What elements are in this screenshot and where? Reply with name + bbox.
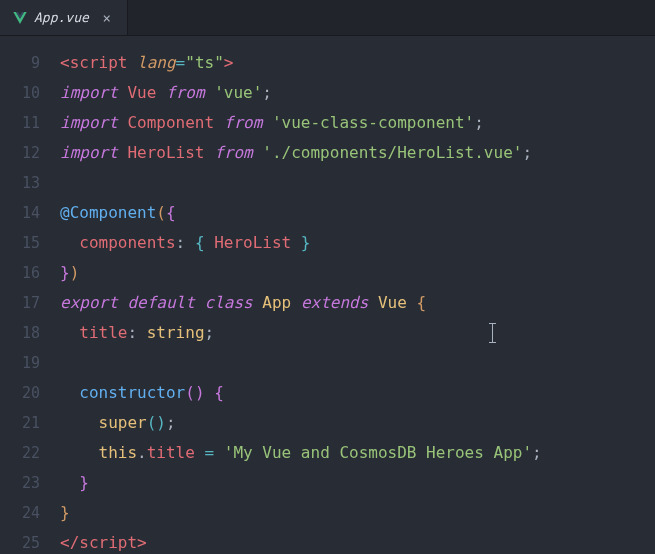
line-number: 18 xyxy=(0,318,40,348)
line-number: 25 xyxy=(0,528,40,554)
line-number: 10 xyxy=(0,78,40,108)
line-number: 17 xyxy=(0,288,40,318)
line-number: 13 xyxy=(0,168,40,198)
code-line[interactable]: title: string; xyxy=(60,318,655,348)
line-number-gutter: 910111213141516171819202122232425 xyxy=(0,48,60,554)
code-line[interactable] xyxy=(60,168,655,198)
code-line[interactable]: constructor() { xyxy=(60,378,655,408)
line-number: 14 xyxy=(0,198,40,228)
code-line[interactable]: import HeroList from './components/HeroL… xyxy=(60,138,655,168)
line-number: 24 xyxy=(0,498,40,528)
line-number: 16 xyxy=(0,258,40,288)
code-line[interactable]: }) xyxy=(60,258,655,288)
code-editor[interactable]: 910111213141516171819202122232425 <scrip… xyxy=(0,36,655,554)
close-icon[interactable]: × xyxy=(99,10,115,26)
code-line[interactable]: super(); xyxy=(60,408,655,438)
code-content[interactable]: <script lang="ts">import Vue from 'vue';… xyxy=(60,48,655,554)
code-line[interactable]: } xyxy=(60,468,655,498)
line-number: 20 xyxy=(0,378,40,408)
code-line[interactable]: export default class App extends Vue { xyxy=(60,288,655,318)
file-tab[interactable]: App.vue × xyxy=(0,0,128,35)
tab-bar: App.vue × xyxy=(0,0,655,36)
line-number: 23 xyxy=(0,468,40,498)
code-line[interactable]: @Component({ xyxy=(60,198,655,228)
text-cursor xyxy=(492,323,493,343)
code-line[interactable]: } xyxy=(60,498,655,528)
line-number: 15 xyxy=(0,228,40,258)
code-line[interactable]: </script> xyxy=(60,528,655,554)
code-line[interactable]: this.title = 'My Vue and CosmosDB Heroes… xyxy=(60,438,655,468)
code-line[interactable] xyxy=(60,348,655,378)
line-number: 22 xyxy=(0,438,40,468)
line-number: 21 xyxy=(0,408,40,438)
tab-filename: App.vue xyxy=(34,10,89,25)
line-number: 11 xyxy=(0,108,40,138)
code-line[interactable]: components: { HeroList } xyxy=(60,228,655,258)
line-number: 19 xyxy=(0,348,40,378)
line-number: 12 xyxy=(0,138,40,168)
code-line[interactable]: <script lang="ts"> xyxy=(60,48,655,78)
code-line[interactable]: import Component from 'vue-class-compone… xyxy=(60,108,655,138)
vue-icon xyxy=(12,10,28,26)
code-line[interactable]: import Vue from 'vue'; xyxy=(60,78,655,108)
line-number: 9 xyxy=(0,48,40,78)
